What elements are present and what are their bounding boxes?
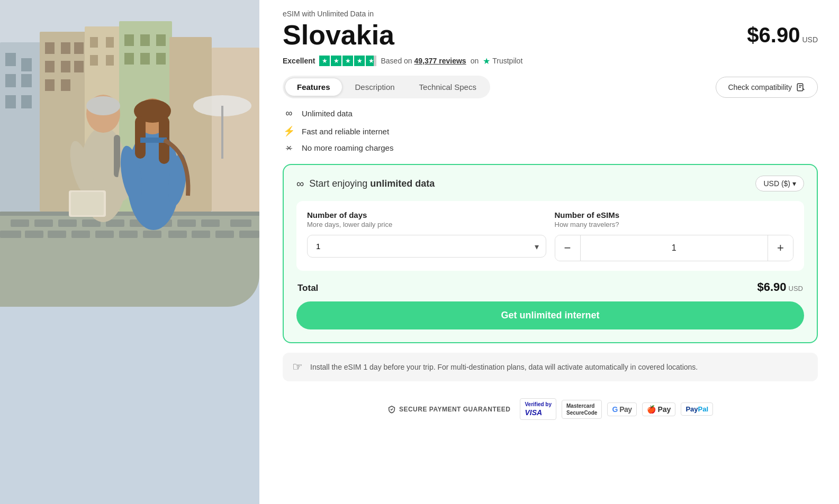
svg-rect-23 [124,34,134,46]
svg-rect-18 [90,37,98,48]
esim-stepper: − 1 + [555,235,794,261]
svg-rect-44 [25,231,43,238]
svg-rect-42 [230,219,251,227]
payment-paypal: PayPal [681,402,713,416]
reviews-link[interactable]: 49,377 reviews [414,57,466,65]
price-currency: USD [802,35,818,44]
feature-text-0: Unlimited data [302,109,353,118]
svg-rect-30 [212,48,259,212]
svg-rect-49 [143,231,161,238]
star-2: ★ [331,56,341,66]
svg-rect-11 [74,42,84,54]
svg-rect-5 [21,74,32,87]
svg-rect-51 [192,231,210,238]
check-compat-icon [796,83,806,92]
header-row: Slovakia $6.90 USD [283,20,818,50]
reviews-text: Based on 49,377 reviews [381,57,466,65]
features-list: ∞ Unlimited data ⚡ Fast and reliable int… [283,108,818,152]
order-controls: Number of days More days, lower daily pr… [296,201,804,271]
esim-increment-button[interactable]: + [768,235,793,261]
total-row: Total $6.90 USD [296,280,804,294]
stars: ★ ★ ★ ★ ★ [319,56,376,66]
svg-rect-46 [71,231,90,238]
esim-hint: How many travelers? [555,221,794,228]
svg-rect-28 [156,53,166,65]
star-1: ★ [319,56,330,66]
svg-rect-33 [11,219,29,227]
check-compatibility-button[interactable]: Check compatibility [716,77,818,98]
content-panel: eSIM with Unlimited Data in Slovakia $6.… [259,0,839,504]
esim-control-group: Number of eSIMs How many travelers? − 1 … [555,210,794,261]
info-notice-text: Install the eSIM 1 day before your trip.… [310,363,698,371]
feature-text-2: No more roaming charges [302,143,393,152]
total-label: Total [297,283,318,294]
payment-methods: Verified by VISA Mastercard SecureCode G… [520,398,713,420]
esim-label: Number of eSIMs [555,210,794,219]
esim-decrement-button[interactable]: − [555,235,581,261]
shield-icon [387,405,396,414]
buy-button[interactable]: Get unlimited internet [296,301,804,329]
svg-rect-53 [239,231,259,238]
product-subtitle: eSIM with Unlimited Data in [283,10,818,18]
feature-item-0: ∞ Unlimited data [283,108,818,119]
feature-item-1: ⚡ Fast and reliable internet [283,125,818,137]
svg-rect-52 [215,231,234,238]
image-panel [0,0,259,504]
days-control-group: Number of days More days, lower daily pr… [307,210,546,261]
trustpilot-star-icon: ★ [483,56,490,66]
days-select[interactable]: 1 3 5 7 14 30 [307,235,546,258]
price-amount: $6.90 [747,23,800,47]
svg-rect-48 [119,231,138,238]
payment-gpay: G Pay [607,402,636,416]
rating-label: Excellent [283,57,315,65]
svg-rect-6 [5,95,16,108]
total-price: $6.90 USD [757,280,803,294]
currency-chevron-icon: ▾ [792,179,796,188]
secure-label: SECURE PAYMENT GUARANTEED [399,406,511,413]
star-5-half: ★ [366,56,376,66]
svg-rect-24 [140,34,150,46]
svg-rect-12 [45,61,55,72]
purchase-title-bold: unlimited data [370,178,435,189]
svg-rect-47 [95,231,114,238]
payment-applepay: 🍎 Pay [642,402,676,416]
svg-rect-19 [106,37,114,48]
svg-rect-43 [0,231,21,238]
svg-rect-26 [124,53,134,65]
purchase-box: ∞ Start enjoying unlimited data USD ($) … [283,164,818,343]
reviews-platform-on: on [471,57,479,65]
tabs-row: Features Description Technical Specs Che… [283,76,818,98]
no-roaming-icon: ✕ [283,144,295,152]
svg-rect-7 [21,95,32,108]
svg-rect-20 [90,55,98,66]
tab-technical-specs[interactable]: Technical Specs [408,78,488,96]
info-notice: ☞ Install the eSIM 1 day before your tri… [283,353,818,381]
purchase-title-prefix: Start enjoying [309,178,370,189]
svg-rect-14 [74,61,84,72]
fast-internet-icon: ⚡ [283,125,295,137]
svg-rect-15 [45,79,55,91]
tab-features[interactable]: Features [285,78,342,96]
payment-mastercard: Mastercard SecureCode [562,400,602,419]
svg-rect-35 [58,219,77,227]
product-title: Slovakia [283,20,394,50]
scene-svg [0,0,259,307]
svg-rect-27 [140,53,150,65]
star-4: ★ [354,56,365,66]
rating-row: Excellent ★ ★ ★ ★ ★ Based on 49,377 revi… [283,56,818,66]
svg-rect-4 [5,74,16,87]
currency-selector[interactable]: USD ($) ▾ [755,176,804,191]
svg-rect-13 [61,61,70,72]
svg-rect-41 [201,219,220,227]
svg-rect-9 [45,42,55,54]
svg-rect-34 [34,219,53,227]
svg-rect-10 [61,42,70,54]
feature-text-1: Fast and reliable internet [302,127,389,136]
svg-rect-50 [168,231,187,238]
tab-description[interactable]: Description [344,78,407,96]
svg-rect-67 [140,138,167,143]
purchase-title-text: Start enjoying unlimited data [309,178,435,189]
infinity-icon-purchase: ∞ [296,178,304,190]
trustpilot-label: Trustpilot [492,57,522,65]
secure-badge: SECURE PAYMENT GUARANTEED [387,405,511,414]
